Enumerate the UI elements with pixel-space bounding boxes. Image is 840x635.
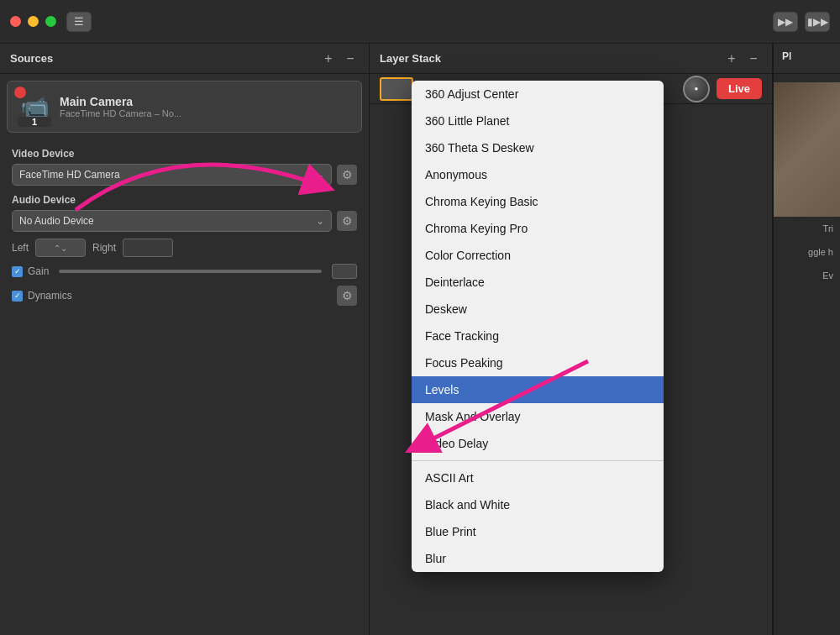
sources-buttons: + − [320,51,359,66]
sources-title: Sources [10,52,53,65]
dropdown-divider [412,460,664,461]
layer-stack-title: Layer Stack [380,52,441,65]
preview-controls: ● Live [683,76,762,102]
audio-device-value: No Audio Device [19,215,94,227]
remove-source-button[interactable]: − [342,51,359,66]
right-panel-content: Tri ggle h Ev [774,74,840,635]
gain-checkbox[interactable]: ✓ [12,266,23,277]
gear-icon: ⚙ [342,168,353,181]
dropdown-item-color-correction[interactable]: Color Correction [412,242,664,269]
right-channel-box [123,239,173,257]
video-device-label: Video Device [12,148,357,160]
right-panel-text3: Ev [774,264,840,287]
live-button[interactable]: Live [717,78,762,99]
dropdown-item-deinterlace[interactable]: Deinterlace [412,269,664,296]
layer-stack-header: Layer Stack + − [370,44,772,74]
source-number: 1 [18,117,51,127]
maximize-button[interactable] [45,16,56,27]
audio-device-label: Audio Device [12,194,357,206]
clip-button[interactable]: ▮▶▶ [805,12,830,32]
video-device-select[interactable]: FaceTime HD Camera ⌄ [12,164,332,186]
dropdown-item-blue-print[interactable]: Blue Print [412,518,664,545]
dynamics-gear-button[interactable]: ⚙ [337,286,357,306]
dropdown-item-360-theta-s-deskew[interactable]: 360 Theta S Deskew [412,134,664,161]
dropdown-item-mask-and-overlay[interactable]: Mask And Overlay [412,403,664,430]
video-device-row: FaceTime HD Camera ⌄ ⚙ [12,164,357,186]
video-device-value: FaceTime HD Camera [19,169,120,181]
right-panel-text2: ggle h [774,240,840,264]
right-label: Right [92,242,116,254]
sources-panel: Sources + − 📹 1 Main Camera FaceTime HD … [0,44,370,635]
left-label: Left [12,242,29,254]
audio-device-select[interactable]: No Audio Device ⌄ [12,210,332,232]
dynamics-row: ✓ Dynamics ⚙ [12,286,357,306]
close-button[interactable] [10,16,21,27]
record-button[interactable]: ▶▶ [773,12,798,32]
dropdown-item-360-adjust-center[interactable]: 360 Adjust Center [412,81,664,108]
audio-device-row: No Audio Device ⌄ ⚙ [12,210,357,232]
preview-thumbnail [380,77,413,101]
dropdown-item-chroma-keying-pro[interactable]: Chroma Keying Pro [412,215,664,242]
dropdown-item-360-little-planet[interactable]: 360 Little Planet [412,108,664,134]
source-icon-wrap: 📹 1 [18,90,51,123]
left-channel-select[interactable]: ⌃⌄ [35,239,86,257]
gain-row: ✓ Gain [12,264,357,279]
minimize-button[interactable] [28,16,39,27]
audio-gear-button[interactable]: ⚙ [337,211,357,231]
add-layer-button[interactable]: + [723,51,740,66]
dropdown-item-chroma-keying-basic[interactable]: Chroma Keying Basic [412,188,664,215]
right-panel-title: Pl [774,44,840,74]
source-name: Main Camera [60,95,351,108]
source-active-badge [14,87,26,98]
remove-layer-button[interactable]: − [745,51,762,66]
lr-row: Left ⌃⌄ Right [12,239,357,257]
video-gear-button[interactable]: ⚙ [337,165,357,185]
right-panel-image [774,82,840,217]
dropdown-item-focus-peaking[interactable]: Focus Peaking [412,349,664,376]
chevron-down-icon: ⌄ [316,169,324,181]
source-item-main-camera[interactable]: 📹 1 Main Camera FaceTime HD Camera – No.… [7,81,362,133]
dynamics-checkbox[interactable]: ✓ [12,291,23,302]
dropdown-item-blur[interactable]: Blur [412,545,664,572]
dropdown-item-ascii-art[interactable]: ASCII Art [412,464,664,491]
dynamics-label: Dynamics [28,290,72,302]
clip-icon: ▮▶▶ [807,16,828,28]
dropdown-item-levels[interactable]: Levels [412,376,664,403]
right-edge-panel: Pl Tri ggle h Ev [773,44,840,635]
source-subtitle: FaceTime HD Camera – No... [60,108,351,118]
gain-label: Gain [28,265,49,277]
dropdown-item-face-tracking[interactable]: Face Tracking [412,323,664,349]
filter-dropdown-menu: 360 Adjust Center360 Little Planet360 Th… [412,81,664,572]
sources-header: Sources + − [0,44,369,74]
dropdown-item-black-and-white[interactable]: Black and White [412,491,664,518]
gear-icon2: ⚙ [342,214,353,228]
traffic-lights [10,16,56,27]
device-section: Video Device FaceTime HD Camera ⌄ ⚙ Audi… [0,139,369,314]
add-source-button[interactable]: + [320,51,337,66]
right-panel-text1: Tri [774,217,840,240]
knob-indicator: ● [695,85,699,92]
gain-value-box [332,264,357,279]
title-right-buttons: ▶▶ ▮▶▶ [773,12,830,32]
record-icon: ▶▶ [778,16,793,28]
gain-slider[interactable] [59,270,322,273]
sidebar-toggle-button[interactable]: ☰ [66,12,92,32]
layer-stack-panel: Layer Stack + − ullscreen) ● Live 360 Ad… [370,44,773,635]
chevron-down-icon2: ⌄ [316,215,324,227]
dropdown-item-video-delay[interactable]: Video Delay [412,430,664,457]
sidebar-icon: ☰ [74,15,84,28]
layer-stack-buttons: + − [723,51,762,66]
title-bar: ☰ ▶▶ ▮▶▶ [0,0,840,44]
source-info: Main Camera FaceTime HD Camera – No... [60,95,351,118]
dropdown-item-deskew[interactable]: Deskew [412,296,664,323]
left-chevron-icon: ⌃⌄ [54,244,67,253]
dropdown-item-anonymous[interactable]: Anonymous [412,161,664,188]
main-content: Sources + − 📹 1 Main Camera FaceTime HD … [0,44,840,635]
gear-icon3: ⚙ [342,289,353,302]
volume-knob[interactable]: ● [683,76,710,102]
